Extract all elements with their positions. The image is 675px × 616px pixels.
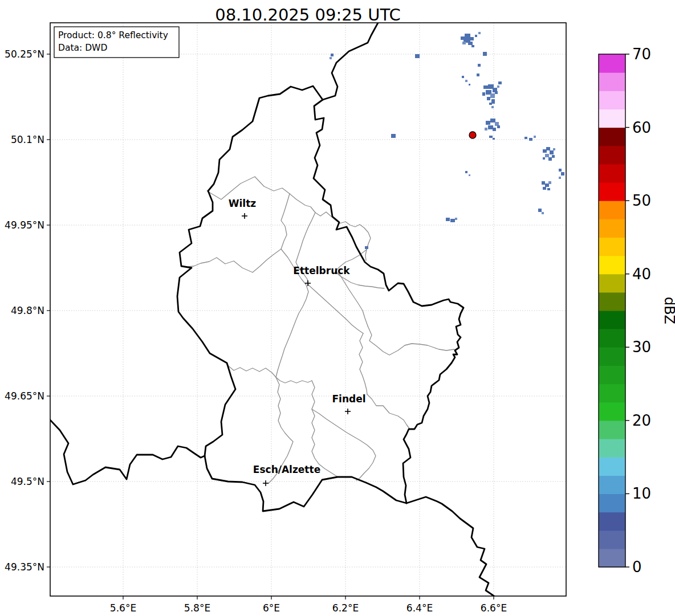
radar-echo-cell bbox=[488, 125, 493, 129]
radar-echo-cell bbox=[490, 119, 495, 123]
colorbar-segment bbox=[599, 146, 625, 165]
radar-echo-cell bbox=[483, 85, 488, 89]
colorbar-segment bbox=[599, 512, 625, 531]
radar-echo-cell bbox=[455, 218, 457, 220]
city-label: Wiltz bbox=[229, 198, 257, 209]
x-axis-tick-label: 5.8°E bbox=[184, 602, 210, 614]
colorbar-segment bbox=[599, 164, 625, 183]
radar-echo-cell bbox=[489, 103, 492, 105]
colorbar-segment bbox=[599, 54, 625, 73]
radar-echo-cell bbox=[546, 147, 550, 150]
radar-echo-cell bbox=[543, 157, 545, 160]
canton-border-line bbox=[367, 394, 409, 429]
colorbar-tick-label: 0 bbox=[632, 558, 642, 576]
colorbar-tick-label: 70 bbox=[632, 46, 651, 63]
radar-echo-cell bbox=[552, 155, 555, 158]
canton-border-line bbox=[359, 333, 367, 394]
radar-echo-cell bbox=[538, 209, 542, 212]
y-axis-tick-label: 49.35°N bbox=[5, 561, 44, 573]
city-marker: Ettelbruck bbox=[293, 265, 350, 286]
radar-echo-cell bbox=[553, 148, 555, 150]
radar-echo-cell bbox=[548, 181, 551, 184]
canton-border-line bbox=[368, 326, 454, 355]
radar-echo-cell bbox=[330, 57, 332, 59]
colorbar-segment bbox=[599, 237, 625, 256]
colorbar-segment bbox=[599, 219, 625, 238]
radar-echo-cell bbox=[489, 136, 493, 138]
country-border-line bbox=[323, 23, 378, 100]
radar-echo-cell bbox=[475, 35, 477, 37]
city-label: Ettelbruck bbox=[293, 265, 350, 276]
radar-echo-cell bbox=[482, 92, 485, 96]
colorbar-segment bbox=[599, 493, 625, 512]
colorbar-segment bbox=[599, 475, 625, 494]
radar-echo-cell bbox=[497, 125, 500, 128]
radar-echo-cell bbox=[462, 42, 466, 44]
colorbar-segment bbox=[599, 109, 625, 128]
radar-echo-cell bbox=[524, 137, 527, 139]
colorbar-segment bbox=[599, 402, 625, 421]
canton-border-line bbox=[335, 271, 368, 326]
colorbar-segment bbox=[599, 329, 625, 348]
radar-echo-cell bbox=[365, 246, 368, 249]
x-axis-tick-label: 6.2°E bbox=[332, 602, 359, 614]
radar-echo-cell bbox=[548, 157, 552, 161]
colorbar-tick-label: 40 bbox=[632, 266, 651, 283]
city-label: Esch/Alzette bbox=[253, 464, 320, 475]
radar-echo-cell bbox=[465, 171, 467, 173]
country-border-line bbox=[314, 100, 463, 503]
colorbar-tick-label: 20 bbox=[632, 412, 651, 429]
canton-border-line bbox=[308, 285, 363, 333]
radar-echo-cell bbox=[497, 85, 499, 88]
radar-echo-cell bbox=[498, 81, 502, 84]
radar-echo-cell bbox=[462, 76, 464, 78]
radar-echo-cell bbox=[487, 97, 490, 100]
colorbar-tick-label: 60 bbox=[632, 119, 651, 136]
x-axis-tick-label: 6.6°E bbox=[481, 602, 507, 614]
radar-echo-cell bbox=[493, 138, 495, 140]
radar-echo-cell bbox=[331, 54, 334, 56]
x-axis-tick-label: 5.6°E bbox=[110, 602, 136, 614]
radar-echo-cell bbox=[529, 138, 532, 141]
colorbar-segment bbox=[599, 201, 625, 219]
colorbar: 010203040506070 bbox=[599, 46, 651, 576]
radar-echo-cell bbox=[495, 91, 498, 94]
colorbar-segment bbox=[599, 384, 625, 403]
radar-echo-cell bbox=[559, 177, 561, 179]
radar-map-figure: 08.10.2025 09:25 UTC WiltzEttelbruckFind… bbox=[0, 0, 675, 616]
radar-echoes bbox=[330, 32, 564, 249]
axis-tick-labels: 5.6°E5.8°E6°E6.2°E6.4°E6.6°E50.25°N50.1°… bbox=[5, 48, 507, 614]
colorbar-segment bbox=[599, 311, 625, 329]
canton-border-line bbox=[227, 365, 312, 383]
radar-echo-cell bbox=[493, 128, 496, 131]
colorbar-segment bbox=[599, 128, 625, 146]
radar-echo-cell bbox=[495, 122, 499, 126]
city-marker: Findel bbox=[332, 393, 365, 414]
colorbar-segment bbox=[599, 531, 625, 549]
colorbar-segment bbox=[599, 91, 625, 109]
radar-echo-cell bbox=[446, 218, 450, 221]
city-markers: WiltzEttelbruckFindelEsch/Alzette bbox=[229, 198, 366, 486]
radar-echo-cell bbox=[534, 136, 536, 138]
gridlines bbox=[50, 23, 566, 596]
colorbar-axis-title: dBZ bbox=[661, 297, 675, 324]
city-marker: Wiltz bbox=[229, 198, 257, 219]
colorbar-segment bbox=[599, 421, 625, 439]
y-axis-tick-label: 49.8°N bbox=[11, 305, 44, 316]
plot-frame bbox=[50, 23, 566, 596]
y-axis-tick-label: 49.65°N bbox=[5, 390, 44, 402]
radar-echo-cell bbox=[483, 52, 487, 56]
colorbar-segment bbox=[599, 292, 625, 311]
canton-border-line bbox=[188, 177, 290, 272]
radar-site-marker bbox=[469, 132, 476, 138]
radar-echo-cell bbox=[490, 93, 495, 98]
colorbar-segment bbox=[599, 365, 625, 384]
x-axis-tick-label: 6.4°E bbox=[406, 602, 433, 614]
x-axis-tick-label: 6°E bbox=[263, 602, 280, 614]
colorbar-segment bbox=[599, 256, 625, 275]
radar-echo-cell bbox=[485, 128, 487, 130]
y-axis-tick-label: 50.25°N bbox=[5, 48, 44, 60]
colorbar-segment bbox=[599, 347, 625, 366]
colorbar-segment bbox=[599, 439, 625, 458]
colorbar-segment bbox=[599, 72, 625, 91]
